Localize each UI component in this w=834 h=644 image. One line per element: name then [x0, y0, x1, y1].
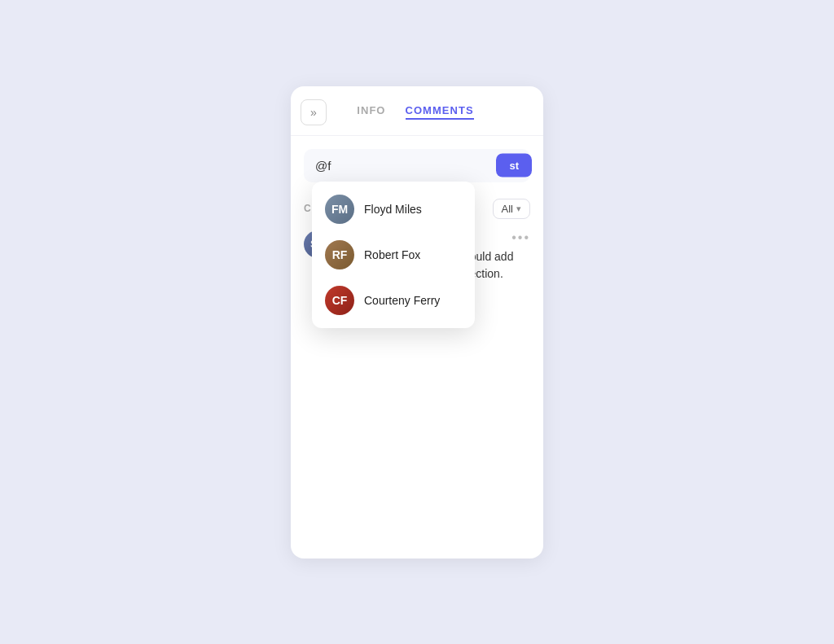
collapse-button[interactable]: »	[301, 99, 327, 125]
filter-label: All	[502, 203, 513, 215]
user-name-robert: Robert Fox	[364, 248, 420, 261]
user-name-courtney: Courteny Ferry	[364, 294, 440, 307]
avatar-floyd: FM	[325, 195, 354, 224]
chevron-right-icon: »	[310, 106, 317, 119]
tab-bar: INFO COMMENTS	[333, 104, 498, 120]
tab-info[interactable]: INFO	[357, 104, 385, 120]
filter-button[interactable]: All ▾	[493, 199, 530, 219]
avatar-initials: FM	[331, 203, 348, 216]
avatar-initials: CF	[332, 294, 348, 307]
avatar-courtney: CF	[325, 286, 354, 315]
chevron-down-icon: ▾	[516, 204, 521, 214]
comment-input-area: @f st	[304, 149, 530, 182]
mention-item-robert[interactable]: RF Robert Fox	[312, 232, 475, 278]
mention-item-courtney[interactable]: CF Courteny Ferry	[312, 278, 475, 323]
panel-body: @f st FM Floyd Miles RF Robert Fox CF	[291, 136, 543, 334]
mention-dropdown: FM Floyd Miles RF Robert Fox CF Courteny…	[312, 182, 475, 328]
post-button[interactable]: st	[496, 154, 532, 177]
comment-input-row: @f st	[315, 159, 519, 173]
avatar-initials: RF	[332, 248, 348, 261]
mention-item-floyd[interactable]: FM Floyd Miles	[312, 186, 475, 232]
comment-input-text[interactable]: @f	[315, 159, 331, 173]
comment-options-icon[interactable]: •••	[511, 230, 530, 245]
comments-panel: » INFO COMMENTS @f st FM Floyd Miles	[291, 86, 543, 559]
user-name-floyd: Floyd Miles	[364, 203, 422, 216]
panel-header: » INFO COMMENTS	[291, 86, 543, 136]
tab-comments[interactable]: COMMENTS	[406, 104, 474, 120]
avatar-robert: RF	[325, 240, 354, 269]
